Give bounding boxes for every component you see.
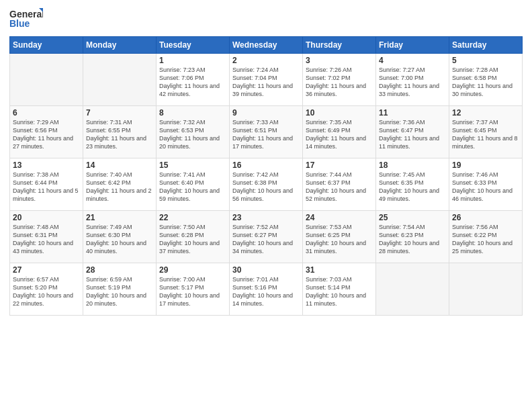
day-info: Sunrise: 7:24 AM Sunset: 7:04 PM Dayligh… [232, 66, 300, 99]
weekday-header: Saturday [449, 37, 523, 54]
day-number: 24 [306, 213, 373, 222]
day-number: 31 [306, 265, 373, 275]
day-number: 8 [159, 108, 226, 118]
calendar-cell: 28Sunrise: 6:59 AM Sunset: 5:19 PM Dayli… [83, 263, 157, 316]
day-info: Sunrise: 7:00 AM Sunset: 5:17 PM Dayligh… [159, 275, 226, 308]
calendar-cell: 30Sunrise: 7:01 AM Sunset: 5:16 PM Dayli… [230, 263, 303, 316]
day-info: Sunrise: 7:36 AM Sunset: 6:47 PM Dayligh… [379, 118, 446, 151]
day-info: Sunrise: 7:40 AM Sunset: 6:42 PM Dayligh… [86, 171, 153, 203]
day-info: Sunrise: 7:50 AM Sunset: 6:28 PM Dayligh… [159, 223, 226, 256]
day-info: Sunrise: 7:23 AM Sunset: 7:06 PM Dayligh… [159, 66, 226, 99]
calendar-cell: 19Sunrise: 7:46 AM Sunset: 6:33 PM Dayli… [449, 158, 523, 211]
day-info: Sunrise: 7:52 AM Sunset: 6:27 PM Dayligh… [232, 223, 300, 256]
day-info: Sunrise: 7:35 AM Sunset: 6:49 PM Dayligh… [306, 118, 373, 151]
day-number: 25 [379, 213, 446, 222]
calendar-cell: 29Sunrise: 7:00 AM Sunset: 5:17 PM Dayli… [157, 263, 230, 316]
calendar-cell: 3Sunrise: 7:26 AM Sunset: 7:02 PM Daylig… [303, 54, 376, 106]
calendar-cell: 10Sunrise: 7:35 AM Sunset: 6:49 PM Dayli… [303, 106, 376, 158]
calendar-cell: 31Sunrise: 7:03 AM Sunset: 5:14 PM Dayli… [303, 263, 376, 316]
day-number: 29 [159, 265, 226, 275]
day-number: 5 [452, 56, 519, 65]
day-number: 21 [86, 213, 153, 222]
weekday-header: Tuesday [157, 37, 230, 54]
calendar-cell: 21Sunrise: 7:49 AM Sunset: 6:30 PM Dayli… [83, 211, 157, 263]
day-number: 7 [86, 108, 153, 118]
day-info: Sunrise: 7:41 AM Sunset: 6:40 PM Dayligh… [159, 171, 226, 203]
calendar-cell: 7Sunrise: 7:31 AM Sunset: 6:55 PM Daylig… [83, 106, 157, 158]
day-number: 11 [379, 108, 446, 118]
day-info: Sunrise: 7:49 AM Sunset: 6:30 PM Dayligh… [86, 223, 153, 256]
calendar-cell [449, 263, 523, 316]
day-number: 20 [13, 213, 80, 222]
calendar-cell: 9Sunrise: 7:33 AM Sunset: 6:51 PM Daylig… [230, 106, 303, 158]
day-info: Sunrise: 7:46 AM Sunset: 6:33 PM Dayligh… [452, 171, 519, 203]
weekday-header: Sunday [10, 37, 83, 54]
day-info: Sunrise: 6:57 AM Sunset: 5:20 PM Dayligh… [13, 275, 80, 308]
day-info: Sunrise: 7:01 AM Sunset: 5:16 PM Dayligh… [232, 275, 300, 308]
logo: General Blue [9, 7, 43, 31]
calendar-cell: 5Sunrise: 7:28 AM Sunset: 6:58 PM Daylig… [449, 54, 523, 106]
day-number: 14 [86, 161, 153, 170]
calendar-cell: 27Sunrise: 6:57 AM Sunset: 5:20 PM Dayli… [10, 263, 83, 316]
day-info: Sunrise: 7:29 AM Sunset: 6:56 PM Dayligh… [13, 118, 80, 151]
day-number: 15 [159, 161, 226, 170]
day-number: 17 [306, 161, 373, 170]
day-number: 3 [306, 56, 373, 65]
day-number: 16 [232, 161, 300, 170]
day-number: 23 [232, 213, 300, 222]
day-info: Sunrise: 7:32 AM Sunset: 6:53 PM Dayligh… [159, 118, 226, 151]
day-info: Sunrise: 7:53 AM Sunset: 6:25 PM Dayligh… [306, 223, 373, 256]
day-info: Sunrise: 7:03 AM Sunset: 5:14 PM Dayligh… [306, 275, 373, 308]
calendar-cell: 25Sunrise: 7:54 AM Sunset: 6:23 PM Dayli… [376, 211, 449, 263]
day-number: 18 [379, 161, 446, 170]
header: General Blue [9, 7, 523, 31]
day-info: Sunrise: 7:27 AM Sunset: 7:00 PM Dayligh… [379, 66, 446, 99]
weekday-header: Thursday [303, 37, 376, 54]
day-number: 2 [232, 56, 300, 65]
calendar-cell: 6Sunrise: 7:29 AM Sunset: 6:56 PM Daylig… [10, 106, 83, 158]
day-info: Sunrise: 7:38 AM Sunset: 6:44 PM Dayligh… [13, 171, 80, 203]
calendar-cell: 16Sunrise: 7:42 AM Sunset: 6:38 PM Dayli… [230, 158, 303, 211]
day-number: 1 [159, 56, 226, 65]
day-number: 30 [232, 265, 300, 275]
calendar-cell: 14Sunrise: 7:40 AM Sunset: 6:42 PM Dayli… [83, 158, 157, 211]
weekday-header: Monday [83, 37, 157, 54]
calendar-cell: 17Sunrise: 7:44 AM Sunset: 6:37 PM Dayli… [303, 158, 376, 211]
day-info: Sunrise: 7:48 AM Sunset: 6:31 PM Dayligh… [13, 223, 80, 256]
day-number: 4 [379, 56, 446, 65]
day-number: 9 [232, 108, 300, 118]
calendar-cell: 12Sunrise: 7:37 AM Sunset: 6:45 PM Dayli… [449, 106, 523, 158]
main-container: General Blue SundayMondayTuesdayWednesda… [0, 0, 532, 321]
day-info: Sunrise: 7:37 AM Sunset: 6:45 PM Dayligh… [452, 118, 519, 151]
day-number: 10 [306, 108, 373, 118]
day-info: Sunrise: 7:45 AM Sunset: 6:35 PM Dayligh… [379, 171, 446, 203]
day-number: 19 [452, 161, 519, 170]
calendar-cell: 8Sunrise: 7:32 AM Sunset: 6:53 PM Daylig… [157, 106, 230, 158]
day-number: 6 [13, 108, 80, 118]
day-info: Sunrise: 7:28 AM Sunset: 6:58 PM Dayligh… [452, 66, 519, 99]
day-info: Sunrise: 7:54 AM Sunset: 6:23 PM Dayligh… [379, 223, 446, 256]
calendar-cell [376, 263, 449, 316]
day-info: Sunrise: 7:42 AM Sunset: 6:38 PM Dayligh… [232, 171, 300, 203]
weekday-header: Wednesday [230, 37, 303, 54]
day-info: Sunrise: 7:56 AM Sunset: 6:22 PM Dayligh… [452, 223, 519, 256]
calendar-cell: 13Sunrise: 7:38 AM Sunset: 6:44 PM Dayli… [10, 158, 83, 211]
calendar-cell: 18Sunrise: 7:45 AM Sunset: 6:35 PM Dayli… [376, 158, 449, 211]
calendar-cell: 22Sunrise: 7:50 AM Sunset: 6:28 PM Dayli… [157, 211, 230, 263]
calendar-cell: 2Sunrise: 7:24 AM Sunset: 7:04 PM Daylig… [230, 54, 303, 106]
calendar-cell: 1Sunrise: 7:23 AM Sunset: 7:06 PM Daylig… [157, 54, 230, 106]
svg-text:Blue: Blue [9, 18, 30, 29]
calendar-cell: 24Sunrise: 7:53 AM Sunset: 6:25 PM Dayli… [303, 211, 376, 263]
calendar-cell: 20Sunrise: 7:48 AM Sunset: 6:31 PM Dayli… [10, 211, 83, 263]
logo-svg: General Blue [9, 7, 43, 31]
day-info: Sunrise: 7:26 AM Sunset: 7:02 PM Dayligh… [306, 66, 373, 99]
calendar-cell [83, 54, 157, 106]
calendar-table: SundayMondayTuesdayWednesdayThursdayFrid… [9, 36, 523, 316]
calendar-cell: 4Sunrise: 7:27 AM Sunset: 7:00 PM Daylig… [376, 54, 449, 106]
calendar-cell: 23Sunrise: 7:52 AM Sunset: 6:27 PM Dayli… [230, 211, 303, 263]
weekday-header: Friday [376, 37, 449, 54]
day-info: Sunrise: 7:33 AM Sunset: 6:51 PM Dayligh… [232, 118, 300, 151]
calendar-cell: 11Sunrise: 7:36 AM Sunset: 6:47 PM Dayli… [376, 106, 449, 158]
calendar-cell: 26Sunrise: 7:56 AM Sunset: 6:22 PM Dayli… [449, 211, 523, 263]
day-number: 26 [452, 213, 519, 222]
